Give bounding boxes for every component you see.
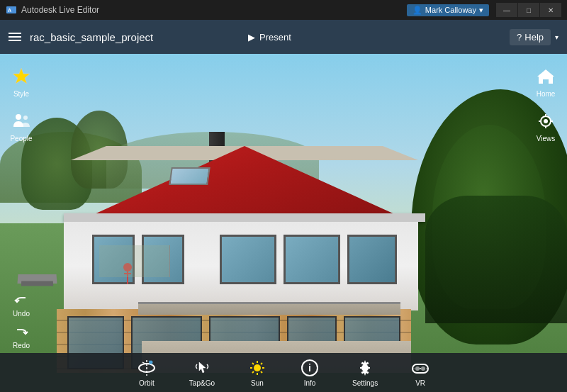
svg-point-5 (544, 119, 548, 123)
people-icon (10, 110, 33, 133)
user-button[interactable]: 👤 Mark Calloway ▾ (407, 4, 489, 16)
vr-label: VR (415, 379, 425, 387)
sidebar-item-style[interactable]: Style (3, 61, 40, 102)
present-icon: ▶ (248, 32, 255, 43)
title-bar: A Autodesk Live Editor 👤 Mark Calloway ▾… (0, 0, 567, 20)
present-button[interactable]: ▶ Present (241, 29, 298, 45)
help-icon: ? (517, 32, 522, 43)
info-label: Info (304, 379, 316, 387)
terrace-surface (138, 302, 400, 315)
undo-redo-panel: Undo Redo (0, 291, 43, 353)
close-button[interactable]: ✕ (540, 3, 561, 17)
undo-label: Undo (13, 310, 30, 318)
vr-tool[interactable]: VR (405, 355, 436, 390)
sidebar-item-home[interactable]: Home (527, 61, 564, 102)
maximize-button[interactable]: □ (518, 3, 539, 17)
right-sidebar: Home Views (524, 54, 567, 147)
interior-view (99, 245, 170, 277)
orbit-icon (137, 358, 157, 378)
window-upper-right1 (220, 235, 276, 284)
sidebar-item-views[interactable]: Views (527, 106, 564, 147)
user-name: Mark Calloway (425, 6, 476, 14)
orbit-label: Orbit (139, 379, 155, 387)
left-sidebar: Style People (0, 54, 43, 302)
app-icon: A (6, 4, 17, 16)
style-icon (10, 65, 33, 88)
undo-button[interactable]: Undo (3, 291, 40, 321)
redo-label: Redo (13, 342, 30, 349)
svg-point-9 (254, 364, 261, 371)
svg-point-3 (16, 114, 21, 120)
app-title: Autodesk Live Editor (21, 5, 407, 15)
user-icon: 👤 (412, 6, 422, 15)
appbar-dropdown-icon[interactable]: ▾ (555, 33, 558, 41)
undo-icon (13, 294, 29, 310)
views-label: Views (537, 135, 556, 142)
orbit-tool[interactable]: Orbit (131, 355, 162, 390)
redo-icon (13, 326, 29, 342)
svg-text:A: A (8, 8, 11, 13)
tapgo-icon (192, 358, 212, 378)
minimize-button[interactable]: — (496, 3, 517, 17)
skylight (169, 167, 210, 185)
help-button[interactable]: ? Help (510, 29, 551, 45)
bottom-toolbar: Orbit Tap&Go Sun i Info (0, 353, 567, 392)
3d-viewport[interactable] (0, 54, 567, 392)
svg-point-14 (415, 366, 420, 371)
user-dropdown-icon: ▾ (479, 6, 483, 15)
sun-label: Sun (251, 379, 264, 387)
tapgo-tool[interactable]: Tap&Go (184, 355, 220, 390)
settings-icon (355, 358, 375, 378)
tree-right-base (425, 196, 567, 323)
views-icon (534, 110, 557, 133)
window-upper-far-right (347, 235, 397, 284)
sidebar-item-people[interactable]: People (3, 106, 40, 147)
app-bar: rac_basic_sample_project ▶ Present ? Hel… (0, 20, 567, 54)
home-icon (534, 65, 557, 88)
info-tool[interactable]: i Info (294, 355, 325, 390)
vr-icon (410, 358, 430, 378)
svg-point-4 (23, 116, 28, 120)
roof-fascia (64, 213, 425, 222)
info-icon: i (300, 358, 320, 378)
svg-text:i: i (308, 362, 311, 374)
svg-point-15 (421, 366, 425, 371)
sun-icon (247, 358, 267, 378)
people-label: People (10, 135, 32, 142)
redo-button[interactable]: Redo (3, 323, 40, 353)
window-upper-right2 (284, 235, 340, 284)
sun-tool[interactable]: Sun (242, 355, 273, 390)
tapgo-label: Tap&Go (189, 379, 215, 387)
svg-marker-2 (13, 68, 30, 84)
project-title: rac_basic_sample_project (30, 31, 241, 43)
window-controls: — □ ✕ (496, 3, 561, 17)
style-label: Style (13, 90, 29, 98)
help-label: Help (524, 32, 544, 43)
settings-tool[interactable]: Settings (347, 355, 383, 390)
settings-label: Settings (352, 379, 378, 387)
menu-button[interactable] (9, 33, 21, 41)
present-label: Present (259, 32, 291, 43)
home-label: Home (537, 90, 556, 98)
